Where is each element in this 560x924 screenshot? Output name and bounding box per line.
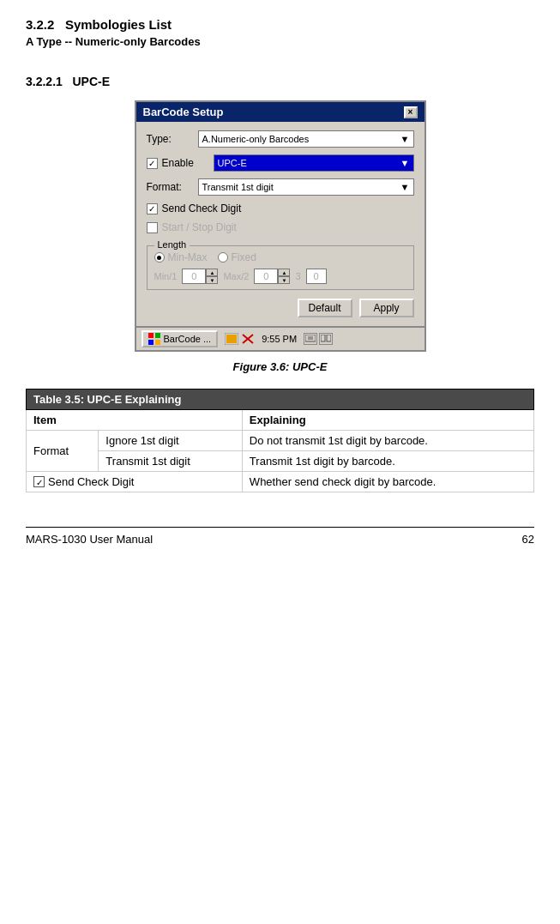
max-input[interactable]: [254, 269, 278, 284]
max-spinner[interactable]: ▲ ▼: [254, 269, 290, 284]
dialog-buttons: Default Apply: [147, 299, 414, 317]
svg-rect-3: [155, 340, 160, 345]
col-header-row: Item Explaining: [27, 410, 534, 431]
radio-minmax[interactable]: Min-Max: [154, 251, 208, 263]
start-stop-row: Start / Stop Digit: [147, 221, 414, 233]
minmax-row: Min/1 ▲ ▼ Max/2 ▲ ▼: [154, 269, 406, 284]
default-button[interactable]: Default: [298, 299, 352, 317]
chevron-down-icon: ▼: [400, 158, 410, 168]
enable-label: Enable: [162, 157, 210, 169]
section-title: 3.2.2 Symbologies List: [26, 17, 534, 32]
radio-fixed[interactable]: Fixed: [218, 251, 256, 263]
table-row: Format Ignore 1st digit Do not transmit …: [27, 431, 534, 451]
max-label: Max/2: [223, 271, 249, 281]
send-check-explaining-cell: Whether send check digit by barcode.: [242, 472, 533, 492]
close-button[interactable]: ×: [404, 106, 418, 118]
enable-select[interactable]: UPC-E ▼: [214, 154, 414, 172]
barcode-setup-dialog: BarCode Setup × Type: A.Numeric-only Bar…: [135, 100, 426, 352]
dialog-wrapper: BarCode Setup × Type: A.Numeric-only Bar…: [26, 100, 534, 352]
table-wrapper: Table 3.5: UPC-E Explaining Item Explain…: [26, 389, 534, 492]
figure-caption: Figure 3.6: UPC-E: [26, 360, 534, 373]
table-header-row: Table 3.5: UPC-E Explaining: [27, 390, 534, 410]
footer-right: 62: [522, 533, 534, 546]
type-label: Type:: [147, 133, 198, 145]
format-row: Format: Transmit 1st digit ▼: [147, 178, 414, 196]
min-spin-arrows[interactable]: ▲ ▼: [206, 269, 218, 284]
send-check-inline: ✓ Send Check Digit: [33, 475, 134, 488]
max-up-arrow[interactable]: ▲: [278, 269, 290, 276]
third-spinner[interactable]: [306, 269, 327, 284]
footer: MARS-1030 User Manual 62: [26, 527, 534, 546]
max-spin-arrows[interactable]: ▲ ▼: [278, 269, 290, 284]
table-row: Transmit 1st digit Transmit 1st digit by…: [27, 451, 534, 472]
taskbar-icon4[interactable]: [319, 333, 333, 345]
table-row: ✓ Send Check Digit Whether send check di…: [27, 472, 534, 492]
table-header-cell: Table 3.5: UPC-E Explaining: [27, 390, 534, 410]
max-down-arrow[interactable]: ▼: [278, 276, 290, 284]
svg-rect-9: [305, 335, 316, 341]
svg-rect-13: [327, 335, 331, 341]
section-subtitle: A Type -- Numeric-only Barcodes: [26, 35, 534, 48]
table-checkbox: ✓: [33, 476, 45, 487]
min-up-arrow[interactable]: ▲: [206, 269, 218, 276]
radio-row: Min-Max Fixed: [154, 251, 406, 263]
send-check-digit-checkbox[interactable]: [147, 203, 158, 214]
subsection-title: 3.2.2.1 UPC-E: [26, 75, 534, 88]
taskbar-time: 9:55 PM: [262, 334, 297, 344]
dialog-title: BarCode Setup: [143, 106, 224, 118]
send-check-digit-row: Send Check Digit: [147, 202, 414, 214]
svg-rect-0: [148, 333, 154, 338]
min-label: Min/1: [154, 271, 178, 281]
col-item-header: Item: [27, 410, 243, 431]
enable-row: Enable UPC-E ▼: [147, 154, 414, 172]
length-group: Length Min-Max Fixed Min/1: [147, 245, 414, 290]
taskbar: BarCode ... 9:55 PM: [136, 326, 425, 350]
format-label: Format:: [147, 181, 198, 193]
radio-minmax-label: Min-Max: [168, 251, 208, 263]
taskbar-icon1: [225, 333, 238, 345]
min-spinner[interactable]: ▲ ▼: [182, 269, 218, 284]
svg-rect-12: [321, 335, 325, 341]
third-input[interactable]: [306, 269, 327, 284]
svg-rect-2: [148, 340, 154, 345]
taskbar-icon2: [241, 333, 255, 345]
length-legend: Length: [154, 239, 190, 250]
dialog-body: Type: A.Numeric-only Barcodes ▼ Enable U…: [136, 122, 425, 326]
ignore-1st-explaining-cell: Do not transmit 1st digit by barcode.: [242, 431, 533, 451]
taskbar-start[interactable]: BarCode ...: [142, 330, 219, 347]
dialog-titlebar: BarCode Setup ×: [136, 102, 425, 122]
format-select[interactable]: Transmit 1st digit ▼: [198, 178, 414, 196]
chevron-down-icon: ▼: [400, 134, 410, 144]
chevron-down-icon: ▼: [400, 182, 410, 192]
taskbar-app-label: BarCode ...: [164, 334, 212, 344]
start-stop-label: Start / Stop Digit: [162, 221, 237, 233]
radio-minmax-btn[interactable]: [154, 252, 165, 263]
transmit-1st-digit-cell: Transmit 1st digit: [99, 451, 243, 472]
type-select[interactable]: A.Numeric-only Barcodes ▼: [198, 130, 414, 148]
send-check-digit-item-cell: ✓ Send Check Digit: [27, 472, 243, 492]
col-explaining-header: Explaining: [242, 410, 533, 431]
apply-button[interactable]: Apply: [359, 299, 414, 317]
enable-checkbox[interactable]: [147, 158, 158, 169]
min-input[interactable]: [182, 269, 206, 284]
svg-rect-1: [155, 333, 160, 338]
svg-rect-5: [226, 335, 237, 343]
footer-left: MARS-1030 User Manual: [26, 533, 153, 546]
windows-icon: [148, 333, 160, 345]
start-stop-checkbox[interactable]: [147, 222, 158, 233]
ignore-1st-digit-cell: Ignore 1st digit: [99, 431, 243, 451]
radio-fixed-label: Fixed: [232, 251, 256, 263]
explaining-table: Table 3.5: UPC-E Explaining Item Explain…: [26, 389, 534, 492]
format-item-cell: Format: [27, 431, 99, 472]
send-check-digit-label: Send Check Digit: [162, 202, 242, 214]
min-down-arrow[interactable]: ▼: [206, 276, 218, 284]
type-row: Type: A.Numeric-only Barcodes ▼: [147, 130, 414, 148]
taskbar-icon3[interactable]: [304, 333, 317, 345]
radio-fixed-btn[interactable]: [218, 252, 228, 263]
transmit-1st-explaining-cell: Transmit 1st digit by barcode.: [242, 451, 533, 472]
